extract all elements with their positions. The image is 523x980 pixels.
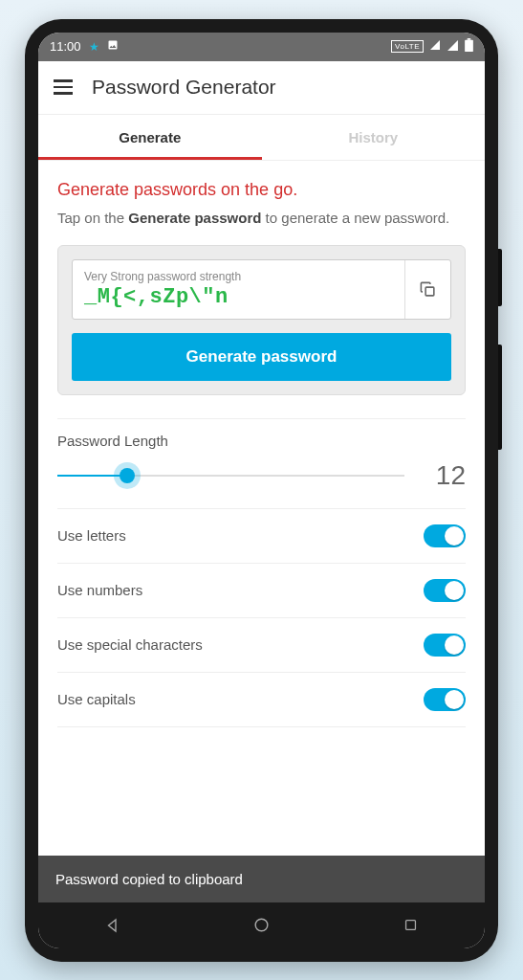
- length-value: 12: [427, 460, 466, 491]
- toggle-row-special: Use special characters: [57, 617, 466, 672]
- svg-rect-1: [468, 38, 471, 40]
- toggle-row-capitals: Use capitals: [57, 672, 466, 727]
- toggle-label: Use numbers: [57, 582, 142, 598]
- subtext-suffix: to generate a new password.: [261, 210, 449, 226]
- nav-home[interactable]: [242, 906, 280, 945]
- toggle-row-numbers: Use numbers: [57, 563, 466, 617]
- tab-label: History: [348, 129, 398, 145]
- svg-rect-4: [405, 921, 415, 930]
- phone-frame: 11:00 ★ VoLTE: [25, 19, 498, 962]
- toggle-numbers[interactable]: [424, 579, 466, 602]
- svg-point-3: [255, 919, 268, 931]
- headline: Generate passwords on the go.: [57, 180, 466, 200]
- app-header: Password Generator: [38, 61, 485, 115]
- phone-side-button: [498, 345, 502, 450]
- signal-icon: [447, 39, 459, 55]
- toggle-label: Use letters: [57, 527, 126, 544]
- nav-recent[interactable]: [391, 906, 429, 945]
- volte-badge: VoLTE: [391, 40, 424, 53]
- status-time: 11:00: [50, 39, 81, 54]
- slider-wrap: 12: [57, 460, 466, 491]
- screen: 11:00 ★ VoLTE: [38, 33, 485, 948]
- picture-icon: [107, 39, 119, 54]
- toggle-label: Use capitals: [57, 691, 136, 707]
- sub-text: Tap on the Generate password to generate…: [57, 208, 466, 228]
- network-icon: [429, 39, 441, 54]
- tab-generate[interactable]: Generate: [38, 115, 262, 160]
- content-area: Generate passwords on the go. Tap on the…: [38, 161, 485, 856]
- star-icon: ★: [89, 40, 99, 54]
- subtext-bold: Generate password: [128, 210, 261, 226]
- battery-icon: [465, 38, 473, 55]
- length-label: Password Length: [57, 433, 466, 449]
- nav-back[interactable]: [94, 906, 132, 945]
- password-length-row: Password Length 12: [57, 418, 466, 508]
- generator-card: Very Strong password strength _M{<,sZp\"…: [57, 245, 466, 395]
- triangle-back-icon: [104, 917, 121, 934]
- toast-message: Password copied to clipboard: [55, 871, 243, 887]
- toggle-row-letters: Use letters: [57, 508, 466, 563]
- slider-fill: [57, 475, 127, 477]
- circle-home-icon: [252, 916, 271, 934]
- status-right: VoLTE: [391, 38, 473, 55]
- svg-rect-0: [465, 40, 473, 52]
- phone-side-button: [498, 249, 502, 306]
- toggle-letters[interactable]: [424, 524, 466, 547]
- toggle-label: Use special characters: [57, 636, 203, 653]
- generate-button[interactable]: Generate password: [72, 333, 451, 381]
- tabs: Generate History: [38, 115, 485, 161]
- page-title: Password Generator: [92, 76, 276, 99]
- toggle-special[interactable]: [424, 634, 466, 657]
- square-recent-icon: [403, 917, 419, 933]
- strength-label: Very Strong password strength: [84, 270, 393, 283]
- subtext-prefix: Tap on the: [57, 210, 128, 226]
- status-left: 11:00 ★: [50, 39, 119, 54]
- password-value: _M{<,sZp\"n: [84, 285, 393, 309]
- password-text-area: Very Strong password strength _M{<,sZp\"…: [73, 260, 404, 319]
- generate-button-label: Generate password: [186, 347, 338, 366]
- copy-icon: [419, 280, 437, 299]
- tab-history[interactable]: History: [262, 115, 486, 160]
- tab-label: Generate: [119, 129, 181, 145]
- toggle-capitals[interactable]: [424, 688, 466, 711]
- status-bar: 11:00 ★ VoLTE: [38, 33, 485, 61]
- copy-button[interactable]: [404, 260, 450, 319]
- slider-thumb: [120, 468, 135, 483]
- password-display: Very Strong password strength _M{<,sZp\"…: [72, 259, 451, 320]
- length-slider[interactable]: [57, 464, 404, 487]
- svg-rect-2: [425, 287, 434, 296]
- menu-icon[interactable]: [54, 79, 73, 95]
- toast: Password copied to clipboard: [38, 856, 485, 902]
- nav-bar: [38, 902, 485, 948]
